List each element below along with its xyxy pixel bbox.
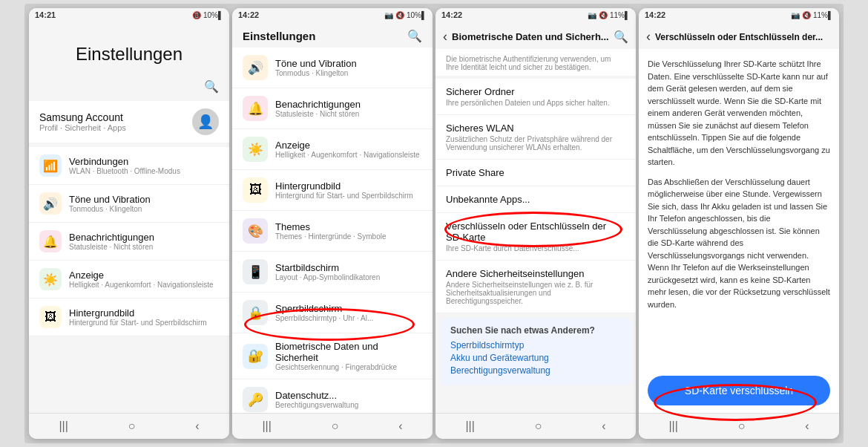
list-item[interactable]: 🔑 Datenschutz... Berechtigungsverwaltung	[232, 379, 433, 413]
search-icon-1[interactable]: 🔍	[204, 79, 219, 94]
screen4-content: Die Verschlüsselung Ihrer SD-Karte schüt…	[639, 49, 839, 368]
item-label: Anzeige	[69, 270, 214, 281]
nav-bar-3: ||| ○ ‹	[435, 413, 636, 439]
phone-screen-1: 14:21 📵 10%▌ Einstellungen 🔍 Samsung Acc…	[29, 8, 229, 439]
screen2-list: 🔊 Töne und Vibration Tonmodus · Klingelt…	[232, 48, 433, 413]
back-button-3[interactable]: ‹	[443, 29, 447, 45]
screen3-title: Biometrische Daten und Sicherh...	[452, 31, 614, 42]
nav-menu-icon[interactable]: |||	[59, 420, 68, 433]
list-item[interactable]: 🔔 Benachrichtigungen Statusleiste · Nich…	[29, 223, 229, 261]
encrypt-sd-button[interactable]: SD-Karte verschlüsseln	[648, 376, 830, 405]
list-item[interactable]: 🎨 Themes Themes · Hintergründe · Symbole	[232, 211, 433, 252]
list-item[interactable]: 🖼 Hintergrundbild Hintergrund für Start-…	[232, 170, 433, 211]
status-bar-4: 14:22 📷 🔇 11%▌	[639, 8, 839, 22]
screen3-header: ‹ Biometrische Daten und Sicherh... 🔍	[435, 22, 636, 49]
item-sub: Hintergrund für Start- und Sperrbildschi…	[69, 319, 207, 327]
nav-back-icon[interactable]: ‹	[602, 420, 605, 433]
display-icon: ☀️	[39, 268, 62, 290]
suggest-link-3[interactable]: Berechtigungsverwaltung	[450, 365, 621, 376]
sound-icon: 🔊	[243, 55, 268, 80]
screen2-title: Einstellungen	[243, 30, 315, 42]
nav-back-icon[interactable]: ‹	[398, 420, 402, 433]
item-label: Töne und Vibration	[69, 194, 151, 205]
privacy-icon: 🔑	[243, 387, 268, 412]
nav-home-icon[interactable]: ○	[128, 420, 136, 433]
nav-menu-icon[interactable]: |||	[465, 420, 474, 433]
screenshot-wrapper: 14:21 📵 10%▌ Einstellungen 🔍 Samsung Acc…	[24, 4, 844, 443]
account-sub: Profil · Sicherheit · Apps	[39, 123, 126, 132]
list-item[interactable]: 📶 Verbindungen WLAN · Bluetooth · Offlin…	[29, 147, 229, 185]
list-item[interactable]: Unbekannte Apps...	[435, 186, 636, 213]
list-item[interactable]: Andere Sicherheitseinstellungen Andere S…	[435, 261, 636, 313]
list-item[interactable]: 🖼 Hintergrundbild Hintergrund für Start-…	[29, 298, 229, 336]
list-item[interactable]: Sicherer Ordner Ihre persönlichen Dateie…	[435, 79, 636, 115]
phone-screen-2: 14:22 📷 🔇 10%▌ Einstellungen 🔍 🔊 Töne un…	[232, 8, 433, 439]
lockscreen-icon: 🔒	[243, 300, 268, 325]
list-item[interactable]: 📱 Startbildschirm Layout · App-Symbolind…	[232, 252, 433, 293]
list-item[interactable]: 🔒 Sperrbildschirm Sperrbildschirmtyp · U…	[232, 293, 433, 333]
status-bar-1: 14:21 📵 10%▌	[29, 8, 229, 22]
list-item[interactable]: ☀️ Anzeige Helligkeit · Augenkomfort · N…	[232, 129, 433, 170]
samsung-account-row[interactable]: Samsung Account Profil · Sicherheit · Ap…	[29, 101, 229, 143]
nav-home-icon[interactable]: ○	[738, 420, 746, 433]
screen4-para-1: Die Verschlüsselung Ihrer SD-Karte schüt…	[648, 58, 830, 169]
item-label: Verbindungen	[69, 156, 180, 167]
suggest-section: Suchen Sie nach etwas Anderem? Sperrbild…	[440, 318, 631, 385]
nav-back-icon[interactable]: ‹	[805, 420, 809, 433]
themes-icon: 🎨	[243, 218, 268, 244]
screen3-section: Sicherer Ordner Ihre persönlichen Dateie…	[435, 79, 636, 313]
homescreen-icon: 📱	[243, 259, 268, 284]
screen1-content: Einstellungen 🔍 Samsung Account Profil ·…	[29, 22, 229, 413]
nav-back-icon[interactable]: ‹	[195, 420, 199, 433]
mute-icon-4: 🔇	[802, 11, 811, 19]
nav-home-icon[interactable]: ○	[332, 420, 339, 433]
item-sub: Helligkeit · Augenkomfort · Navigationsl…	[69, 281, 214, 289]
wifi-icon: 📶	[39, 154, 62, 177]
wallpaper-icon: 🖼	[39, 306, 62, 328]
account-name: Samsung Account	[39, 111, 126, 123]
status-bar-3: 14:22 📷 🔇 11%▌	[435, 8, 636, 22]
search-icon-2[interactable]: 🔍	[407, 29, 422, 43]
item-label: Benachrichtigungen	[69, 232, 154, 243]
encrypt-sd-item[interactable]: Verschlüsseln oder Entschlüsseln der SD-…	[435, 213, 636, 261]
suggest-link-1[interactable]: Sperrbildschirmtyp	[450, 340, 621, 350]
mute-icon: 🔇	[395, 11, 404, 19]
screen4-title: Verschlüsseln oder Entschlüsseln der...	[655, 32, 832, 42]
suggest-link-2[interactable]: Akku und Gerätewartung	[450, 353, 621, 363]
nav-menu-icon[interactable]: |||	[262, 420, 271, 433]
item-sub: WLAN · Bluetooth · Offline-Modus	[69, 167, 180, 175]
item-sub: Statusleiste · Nicht stören	[69, 243, 154, 251]
icons-2: 📷 🔇 10%▌	[384, 11, 427, 19]
time-4: 14:22	[645, 10, 665, 19]
biometric-security-item[interactable]: 🔐 Biometrische Daten und Sicherheit Gesi…	[232, 333, 433, 379]
nav-bar-4: ||| ○ ‹	[639, 413, 839, 439]
phone-screen-4: 14:22 📷 🔇 11%▌ ‹ Verschlüsseln oder Ents…	[639, 8, 839, 439]
status-bar-2: 14:22 📷 🔇 10%▌	[232, 8, 433, 22]
private-share-label: Private Share	[446, 167, 625, 178]
battery-1: 10%▌	[203, 11, 223, 19]
list-item[interactable]: Sicheres WLAN Zusätzlichen Schutz der Pr…	[435, 115, 636, 160]
time-1: 14:21	[35, 10, 56, 19]
icons-3: 📷 🔇 11%▌	[588, 11, 630, 19]
list-item[interactable]: 🔊 Töne und Vibration Tonmodus · Klingelt…	[29, 185, 229, 223]
search-icon-3[interactable]: 🔍	[614, 30, 628, 44]
nav-menu-icon[interactable]: |||	[668, 420, 677, 433]
private-share-item[interactable]: Private Share	[435, 160, 636, 186]
screen4-header: ‹ Verschlüsseln oder Entschlüsseln der..…	[639, 22, 839, 49]
nav-home-icon[interactable]: ○	[535, 420, 542, 433]
screen4-para-2: Das Abschließen der Verschlüsselung daue…	[648, 176, 830, 311]
camera-icon: 📷	[384, 11, 393, 19]
icons-4: 📷 🔇 11%▌	[791, 11, 833, 19]
encrypt-button-wrapper: SD-Karte verschlüsseln	[639, 368, 839, 413]
battery-4: 11%▌	[813, 11, 833, 19]
list-item[interactable]: ☀️ Anzeige Helligkeit · Augenkomfort · N…	[29, 261, 229, 298]
back-button-4[interactable]: ‹	[646, 29, 651, 45]
list-item[interactable]: 🔊 Töne und Vibration Tonmodus · Klingelt…	[232, 48, 433, 88]
account-info: Samsung Account Profil · Sicherheit · Ap…	[39, 111, 126, 132]
screen1-search-area: 🔍	[29, 79, 229, 101]
list-item[interactable]: 🔔 Benachrichtigungen Statusleiste · Nich…	[232, 88, 433, 129]
wallpaper-icon: 🖼	[243, 177, 268, 203]
avatar: 👤	[192, 108, 219, 135]
nav-bar-1: ||| ○ ‹	[29, 413, 229, 439]
biometric-intro: Die biometrische Authentifizierung verwe…	[446, 55, 625, 71]
